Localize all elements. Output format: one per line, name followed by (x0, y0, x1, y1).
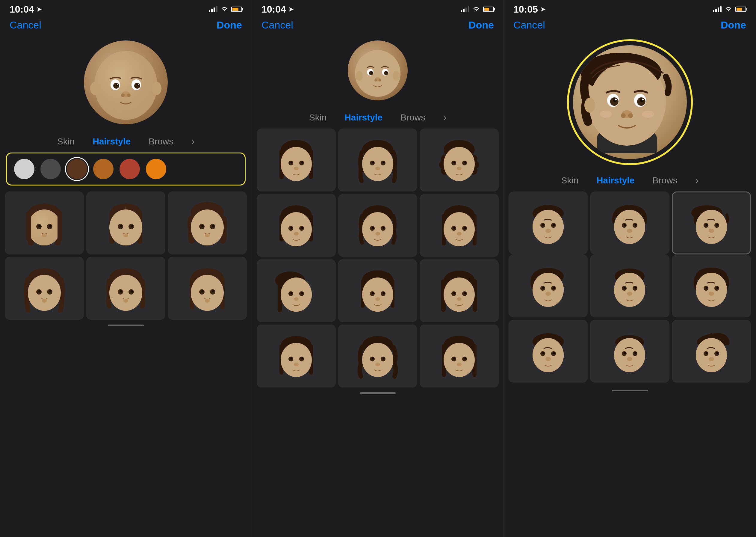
svg-point-52 (205, 234, 210, 237)
svg-point-287 (624, 352, 626, 354)
svg-rect-26 (26, 211, 31, 241)
hair-option-3-2[interactable] (590, 191, 669, 254)
hair-option-3-7[interactable] (509, 320, 588, 383)
svg-point-164 (362, 277, 393, 311)
svg-point-224 (600, 110, 612, 118)
hair-option-2-7[interactable] (257, 259, 336, 322)
svg-point-36 (120, 225, 122, 227)
hair-option-2-11[interactable] (338, 324, 417, 388)
tab-skin-2[interactable]: Skin (309, 112, 326, 123)
hair-option-2-4[interactable] (257, 194, 336, 257)
svg-point-249 (709, 228, 714, 233)
nav-bar-3: Cancel Done (504, 17, 756, 34)
svg-point-288 (635, 352, 637, 354)
location-icon-3: ➤ (540, 6, 546, 13)
svg-point-47 (191, 209, 224, 245)
svg-rect-27 (57, 211, 62, 241)
color-swatch-white-1[interactable] (14, 159, 34, 179)
tab-hairstyle-3[interactable]: Hairstyle (597, 175, 635, 186)
svg-point-279 (543, 352, 545, 354)
hairstyle-grid-2 (252, 129, 504, 388)
svg-point-99 (301, 161, 303, 163)
hair-option-1[interactable] (5, 191, 84, 254)
hair-option-3-6[interactable] (672, 254, 751, 317)
svg-point-37 (131, 225, 133, 227)
svg-point-25 (42, 234, 47, 237)
svg-point-127 (281, 212, 312, 246)
status-icons-3 (713, 5, 746, 13)
hair-option-2-5[interactable] (338, 194, 417, 257)
location-icon-1: ➤ (37, 6, 42, 13)
svg-point-281 (546, 357, 551, 361)
tab-brows-3[interactable]: Brows (652, 175, 677, 186)
svg-point-244 (696, 210, 727, 244)
avatar-preview-2 (252, 34, 504, 109)
svg-point-248 (716, 224, 718, 226)
hair-option-3-3[interactable] (672, 191, 751, 254)
hair-option-2-3[interactable] (420, 129, 499, 191)
svg-point-68 (123, 299, 128, 303)
tab-brows-2[interactable]: Brows (400, 112, 425, 123)
hair-option-2-10[interactable] (257, 324, 336, 388)
color-swatch-orange-1[interactable] (146, 159, 166, 179)
hair-option-2-2[interactable] (338, 129, 417, 191)
hair-option-2-1[interactable] (257, 129, 336, 191)
cancel-button-1[interactable]: Cancel (10, 19, 41, 31)
hair-option-2[interactable] (86, 191, 165, 254)
avatar-preview-1 (0, 34, 251, 133)
svg-point-89 (374, 79, 377, 81)
tab-hairstyle-2[interactable]: Hairstyle (344, 112, 383, 123)
hairstyle-grid-1 (0, 191, 251, 320)
svg-point-257 (546, 292, 551, 296)
tab-hairstyle-1[interactable]: Hairstyle (93, 136, 131, 146)
svg-point-80 (356, 71, 363, 81)
svg-point-187 (290, 357, 293, 359)
done-button-1[interactable]: Done (216, 19, 242, 31)
memoji-face-svg-1 (87, 43, 165, 121)
svg-point-51 (212, 225, 214, 227)
hair-option-6[interactable] (168, 257, 247, 320)
svg-point-149 (464, 227, 466, 228)
svg-point-241 (627, 228, 632, 233)
color-swatch-brown-1[interactable] (67, 159, 87, 179)
color-swatch-amber-1[interactable] (93, 159, 114, 179)
tab-brows-1[interactable]: Brows (149, 136, 173, 146)
hair-option-2-9[interactable] (420, 259, 499, 322)
hair-option-2-8[interactable] (338, 259, 417, 322)
wifi-icon-3 (725, 5, 732, 13)
hair-option-3[interactable] (168, 191, 247, 254)
hair-option-3-4[interactable] (509, 254, 588, 317)
color-swatch-dark-1[interactable] (40, 159, 61, 179)
hair-option-3-5[interactable] (590, 254, 669, 317)
svg-point-195 (372, 357, 374, 359)
svg-point-220 (642, 99, 644, 101)
color-swatch-red-1[interactable] (120, 159, 140, 179)
tab-skin-1[interactable]: Skin (57, 136, 75, 146)
tab-skin-3[interactable]: Skin (561, 175, 578, 186)
hair-option-3-1[interactable] (509, 191, 588, 254)
svg-point-148 (453, 227, 456, 228)
done-button-2[interactable]: Done (469, 19, 494, 31)
done-button-3[interactable]: Done (721, 19, 746, 31)
svg-point-20 (28, 209, 61, 245)
hair-option-5[interactable] (86, 257, 165, 320)
svg-point-205 (453, 357, 456, 359)
hair-option-2-12[interactable] (420, 324, 499, 388)
svg-point-192 (362, 343, 393, 377)
cancel-button-2[interactable]: Cancel (261, 19, 293, 31)
svg-point-95 (281, 147, 312, 181)
svg-point-295 (705, 352, 707, 354)
phone-panel-3: 10:05 ➤ Cancel Done (504, 0, 756, 537)
svg-point-273 (709, 292, 714, 296)
hair-option-4[interactable] (5, 257, 84, 320)
hair-option-2-6[interactable] (420, 194, 499, 257)
hair-option-3-9[interactable] (672, 320, 751, 383)
svg-point-67 (131, 290, 133, 292)
svg-point-225 (642, 110, 654, 118)
signal-1 (209, 6, 217, 12)
cancel-button-3[interactable]: Cancel (513, 19, 545, 31)
svg-point-289 (627, 357, 632, 361)
svg-point-169 (375, 297, 380, 301)
hair-option-3-8[interactable] (590, 320, 669, 383)
svg-point-232 (553, 224, 555, 226)
